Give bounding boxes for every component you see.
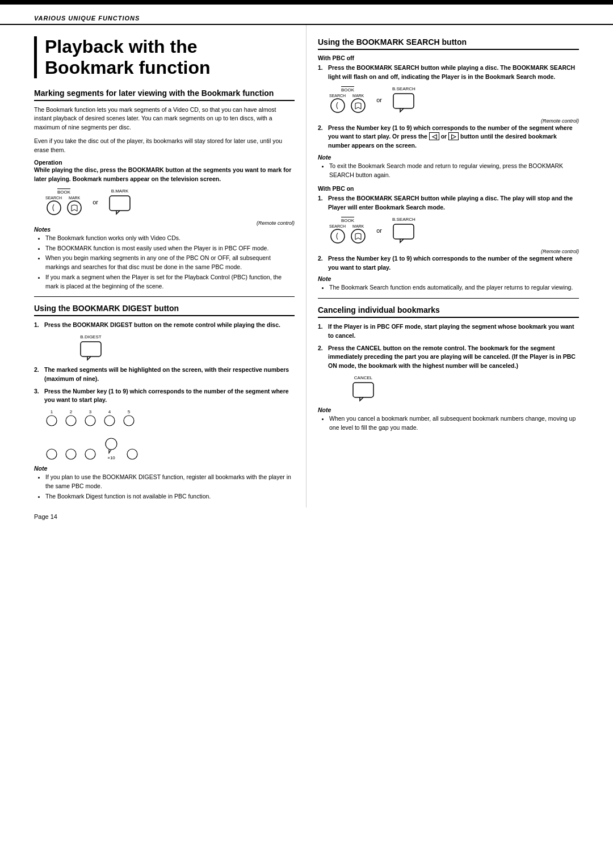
search-note-label-1: Note <box>318 154 579 161</box>
search-step1b: Press the BOOKMARK SEARCH button while p… <box>318 194 579 212</box>
seg-8 <box>84 448 96 460</box>
remote-label-1: (Remote control) <box>34 220 295 226</box>
svg-point-11 <box>85 449 95 459</box>
bsearch-btn-group: B.SEARCH <box>392 86 415 113</box>
notes-list-1: The Bookmark function works only with Vi… <box>34 234 295 291</box>
digest-note-label: Note <box>34 465 295 472</box>
svg-point-8 <box>124 416 134 426</box>
cancel-steps: If the Player is in PBC OFF mode, start … <box>318 322 579 371</box>
top-bar <box>0 0 613 5</box>
operation-label: Operation <box>34 159 295 166</box>
search-subsection: Using the BOOKMARK SEARCH button With PB… <box>318 37 579 292</box>
bmark-btn-group: B.MARK <box>108 188 131 215</box>
digest-steps-2-3: The marked segments will be highlighted … <box>34 366 295 405</box>
search-book-btn-group: BOOK SEARCH MARK <box>329 86 366 114</box>
marking-para1: The Bookmark function lets you mark segm… <box>34 106 295 132</box>
seg-10 <box>126 448 138 460</box>
segment-diagram: 1 2 3 4 5 <box>45 409 295 460</box>
note-item: The BOOKMARK function is most easily use… <box>45 244 295 253</box>
svg-point-13 <box>127 449 137 459</box>
cancel-subsection: Canceling individual bookmarks If the Pl… <box>318 305 579 432</box>
main-content: Playback with the Bookmark function Mark… <box>0 25 613 508</box>
page-title: Playback with the Bookmark function <box>34 36 295 78</box>
digest-notes: If you plan to use the BOOKMARK DIGEST f… <box>34 473 295 501</box>
search-step2-item: Press the Number key (1 to 9) which corr… <box>318 124 579 150</box>
cancel-note-label: Note <box>318 406 579 413</box>
note-item: If you mark a segment when the Player is… <box>45 273 295 291</box>
seg-row2: ×10 <box>45 436 295 460</box>
svg-point-18 <box>351 229 365 243</box>
search-diagram-1: BOOK SEARCH MARK <box>329 86 579 114</box>
bdigest-btn-group: B.DIGEST <box>79 334 102 361</box>
svg-rect-20 <box>353 383 373 397</box>
seg-3: 3 <box>84 409 96 427</box>
svg-rect-19 <box>393 224 414 239</box>
search-steps-pbc-on: Press the BOOKMARK SEARCH button while p… <box>318 194 579 212</box>
svg-rect-3 <box>81 342 101 357</box>
with-pbc-off-label: With PBC off <box>318 54 579 61</box>
digest-subsection: Using the BOOKMARK DIGEST button Press t… <box>34 304 295 501</box>
digest-step2: The marked segments will be highlighted … <box>34 366 295 384</box>
or-label: or <box>93 199 98 206</box>
cancel-step1: If the Player is in PBC OFF mode, start … <box>318 322 579 341</box>
search-note-label-2: Note <box>318 275 579 282</box>
left-column: Playback with the Bookmark function Mark… <box>23 25 306 508</box>
cancel-diagram: CANCEL <box>352 375 579 402</box>
marking-para2: Even if you take the disc out of the pla… <box>34 137 295 155</box>
seg-1: 1 <box>45 409 58 427</box>
operation-text: While playing the disc, press the BOOKMA… <box>34 166 295 184</box>
cancel-btn-group: CANCEL <box>352 375 375 402</box>
page-number: Page 14 <box>34 513 57 520</box>
svg-point-7 <box>104 416 115 426</box>
marking-diagram: BOOK SEARCH MARK <box>45 188 295 216</box>
book-btn-group: BOOK SEARCH MARK <box>45 188 82 216</box>
seg-7 <box>65 448 77 460</box>
svg-point-10 <box>66 449 76 459</box>
svg-point-0 <box>47 201 61 215</box>
search-note-item-1: To exit the Bookmark Search mode and ret… <box>329 162 579 180</box>
digest-subsection-title: Using the BOOKMARK DIGEST button <box>34 304 295 316</box>
seg-6 <box>45 448 58 460</box>
header-section: VARIOUS UNIQUE FUNCTIONS <box>0 5 613 25</box>
seg-4: 4 <box>103 409 116 427</box>
search-step1: Press the BOOKMARK SEARCH button while p… <box>318 64 579 82</box>
search-notes-2: The Bookmark Search function ends automa… <box>318 283 579 292</box>
svg-point-17 <box>331 229 345 243</box>
svg-point-15 <box>351 99 365 112</box>
page: VARIOUS UNIQUE FUNCTIONS Playback with t… <box>0 0 613 868</box>
search-notes-1: To exit the Bookmark Search mode and ret… <box>318 162 579 180</box>
search-steps: Press the BOOKMARK SEARCH button while p… <box>318 64 579 82</box>
svg-point-5 <box>66 416 76 426</box>
section-title: VARIOUS UNIQUE FUNCTIONS <box>34 15 140 22</box>
note-item: When you begin marking segments in any o… <box>45 254 295 272</box>
svg-point-12 <box>106 438 117 450</box>
bsearch-btn-group-2: B.SEARCH <box>392 217 415 244</box>
note-item: The Bookmark function works only with Vi… <box>45 234 295 243</box>
remote-label-r1: (Remote control) <box>318 118 579 124</box>
search-step2b: Press the Number key (1 to 9) which corr… <box>318 254 579 272</box>
search-step2: Press the Number key (1 to 9) which corr… <box>318 124 579 150</box>
right-column: Using the BOOKMARK SEARCH button With PB… <box>306 25 590 508</box>
with-pbc-on-label: With PBC on <box>318 185 579 192</box>
seg-5: 5 <box>123 409 135 427</box>
cancel-note-item: When you cancel a bookmark number, all s… <box>329 414 579 433</box>
cancel-subsection-title: Canceling individual bookmarks <box>318 305 579 318</box>
remote-label-r2: (Remote control) <box>318 249 579 254</box>
digest-step3: Press the Number key (1 to 9) which corr… <box>34 387 295 405</box>
notes-label-1: Notes <box>34 226 295 233</box>
search-steps-pbc-on-2: Press the Number key (1 to 9) which corr… <box>318 254 579 272</box>
digest-steps: Press the BOOKMARK DIGEST button on the … <box>34 321 295 330</box>
svg-point-14 <box>331 99 345 112</box>
svg-point-4 <box>47 416 57 426</box>
marking-subsection: Marking segments for later viewing with … <box>34 89 295 291</box>
or-label-r1: or <box>376 97 382 103</box>
digest-note-item: The Bookmark Digest function is not avai… <box>45 492 295 501</box>
page-footer: Page 14 <box>0 508 613 526</box>
svg-rect-2 <box>110 196 130 211</box>
or-label-r2: or <box>376 227 382 234</box>
digest-note-item: If you plan to use the BOOKMARK DIGEST f… <box>45 473 295 491</box>
svg-point-9 <box>47 449 57 459</box>
seg-9: ×10 <box>103 436 119 460</box>
search-subsection-title: Using the BOOKMARK SEARCH button <box>318 37 579 50</box>
search-diagram-2: BOOK SEARCH MARK <box>329 217 579 244</box>
